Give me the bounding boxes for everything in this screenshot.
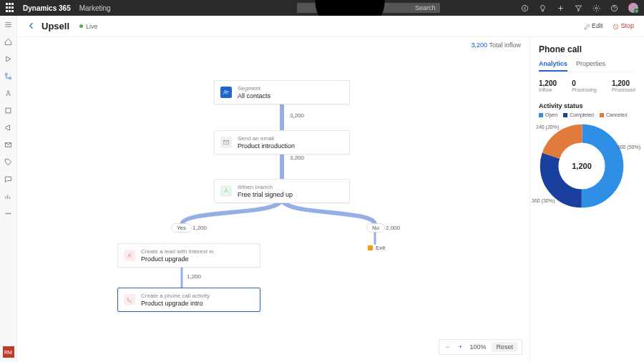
svg-point-20 bbox=[10, 212, 11, 213]
panel-title: Phone call bbox=[539, 44, 635, 54]
zoom-value: 100% bbox=[469, 343, 486, 351]
svg-point-12 bbox=[7, 91, 9, 93]
donut-chart: 1,200 600 (50%) 360 (30%) 240 (20%) bbox=[539, 123, 625, 209]
phone-icon bbox=[124, 294, 135, 305]
page-title: Upsell bbox=[42, 21, 69, 31]
mail-icon bbox=[220, 137, 232, 148]
search-placeholder: Search bbox=[415, 4, 436, 11]
svg-point-24 bbox=[227, 92, 228, 93]
user-avatar[interactable] bbox=[628, 3, 638, 13]
svg-rect-13 bbox=[6, 108, 11, 113]
lead-icon bbox=[124, 250, 135, 261]
global-topbar: Dynamics 365 Marketing Search bbox=[0, 0, 644, 16]
donut-label-completed: 360 (30%) bbox=[532, 198, 555, 203]
svg-point-10 bbox=[5, 73, 7, 75]
zoom-out-button[interactable]: − bbox=[444, 343, 451, 351]
svg-point-19 bbox=[8, 212, 9, 213]
nav-chat-icon[interactable] bbox=[4, 175, 13, 183]
page: Upsell Live Edit Stop 3,200 Total inflow… bbox=[17, 16, 644, 362]
exit-icon bbox=[368, 245, 373, 250]
stat-processed: 1,200Processed bbox=[612, 79, 635, 92]
side-panel: Phone call Analytics Properties 1,200Inf… bbox=[530, 37, 644, 362]
svg-point-11 bbox=[9, 77, 11, 79]
stat-inflow: 1,200Inflow bbox=[539, 79, 557, 92]
svg-point-5 bbox=[595, 7, 597, 9]
svg-point-2 bbox=[522, 5, 527, 11]
stat-processing: 0Processing bbox=[572, 79, 597, 92]
node-segment[interactable]: SegmentAll contacts bbox=[214, 80, 350, 104]
svg-point-26 bbox=[129, 254, 131, 256]
lightbulb-icon[interactable] bbox=[539, 4, 547, 12]
legend-completed: Completed bbox=[563, 112, 594, 117]
filter-icon[interactable] bbox=[575, 4, 582, 12]
edge-count-3: 1,200 bbox=[185, 273, 203, 280]
nav-badge[interactable]: RM bbox=[3, 346, 14, 358]
svg-point-18 bbox=[6, 212, 6, 213]
stop-button[interactable]: Stop bbox=[613, 22, 634, 29]
nav-people-icon[interactable] bbox=[4, 89, 13, 97]
edge-count-1: 3,200 bbox=[288, 112, 306, 119]
total-inflow: 3,200 Total inflow bbox=[472, 41, 521, 49]
yes-pill: Yes bbox=[171, 223, 192, 233]
nav-megaphone-icon[interactable] bbox=[4, 123, 13, 132]
zoom-reset-button[interactable]: Reset bbox=[492, 342, 517, 352]
nav-chart-icon[interactable] bbox=[4, 192, 13, 200]
nav-box-icon[interactable] bbox=[4, 106, 13, 114]
nav-more-icon[interactable] bbox=[4, 209, 13, 217]
node-lead[interactable]: Create a lead with interest inProduct up… bbox=[117, 243, 260, 268]
donut-label-canceled: 240 (20%) bbox=[536, 124, 559, 129]
donut-label-open: 600 (50%) bbox=[618, 145, 640, 150]
nav-mail-icon[interactable] bbox=[4, 140, 13, 149]
tab-analytics[interactable]: Analytics bbox=[539, 60, 567, 72]
zoom-in-button[interactable]: + bbox=[457, 343, 464, 351]
share-icon[interactable] bbox=[521, 4, 529, 12]
no-count: 2,000 bbox=[386, 225, 400, 231]
left-nav: RM bbox=[0, 16, 17, 362]
page-header: Upsell Live Edit Stop bbox=[17, 16, 644, 37]
module-label[interactable]: Marketing bbox=[79, 4, 111, 12]
brand-label: Dynamics 365 bbox=[23, 4, 71, 12]
legend-canceled: Canceled bbox=[600, 112, 628, 117]
status-dot bbox=[79, 24, 83, 28]
global-search-input[interactable]: Search bbox=[297, 3, 440, 13]
help-icon[interactable] bbox=[610, 4, 618, 12]
no-pill: No bbox=[366, 223, 385, 233]
journey-canvas[interactable]: 3,200 Total inflow SegmentAll contacts 3… bbox=[17, 37, 530, 362]
chart-legend: Open Completed Canceled bbox=[539, 112, 635, 117]
nav-menu-icon[interactable] bbox=[4, 20, 13, 29]
yes-count: 1,200 bbox=[192, 225, 207, 231]
gear-icon[interactable] bbox=[592, 4, 600, 12]
activity-status-heading: Activity status bbox=[539, 102, 635, 109]
nav-tag-icon[interactable] bbox=[4, 157, 13, 166]
status-text: Live bbox=[86, 23, 98, 30]
exit-node[interactable]: Exit bbox=[368, 245, 385, 251]
svg-point-23 bbox=[225, 91, 227, 93]
tab-properties[interactable]: Properties bbox=[576, 60, 605, 72]
node-phone[interactable]: Create a phone call activityProduct upgr… bbox=[117, 288, 260, 312]
edit-button[interactable]: Edit bbox=[584, 22, 603, 29]
node-branch[interactable]: If/then branchFree trial signed up bbox=[214, 179, 350, 203]
zoom-controls: − + 100% Reset bbox=[439, 339, 522, 355]
donut-center-value: 1,200 bbox=[572, 162, 592, 170]
topbar-actions bbox=[521, 3, 638, 13]
edge-count-2: 3,200 bbox=[288, 155, 306, 161]
legend-open: Open bbox=[539, 112, 557, 117]
app-launcher-icon[interactable] bbox=[6, 3, 16, 13]
stats-row: 1,200Inflow 0Processing 1,200Processed bbox=[539, 79, 635, 92]
branch-icon bbox=[220, 185, 232, 197]
nav-play-icon[interactable] bbox=[4, 54, 13, 63]
nav-home-icon[interactable] bbox=[4, 37, 13, 46]
svg-line-22 bbox=[615, 25, 618, 29]
node-email[interactable]: Send an emailProduct introduction bbox=[214, 130, 350, 155]
panel-tabs: Analytics Properties bbox=[539, 60, 635, 72]
back-button[interactable] bbox=[27, 20, 36, 33]
plus-icon[interactable] bbox=[557, 4, 565, 12]
nav-journey-icon[interactable] bbox=[4, 72, 13, 80]
people-icon bbox=[220, 87, 232, 98]
